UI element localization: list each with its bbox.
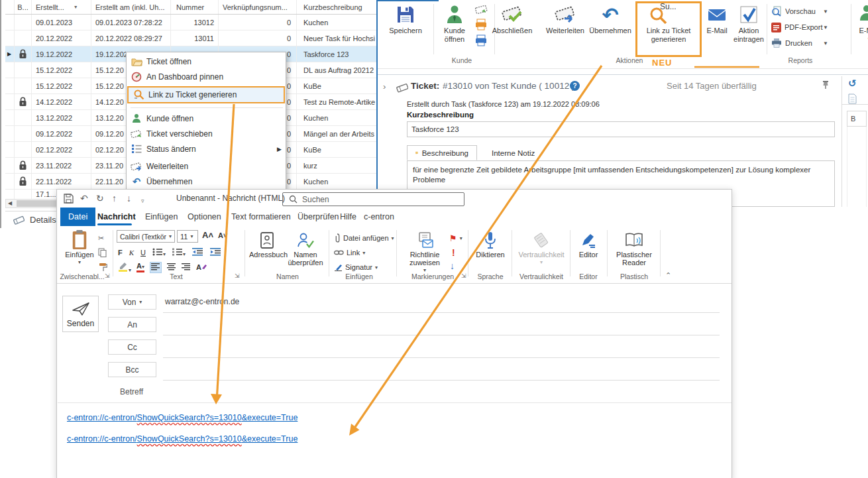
highlight-color-button[interactable]: ▾ xyxy=(118,261,131,273)
move-down-icon[interactable]: ↓ xyxy=(127,193,131,204)
tab-datei[interactable]: Datei xyxy=(60,208,95,226)
decrease-indent-button[interactable] xyxy=(192,248,203,257)
underline-button[interactable]: U xyxy=(140,249,146,257)
column-header-kurzbeschreibung[interactable]: Kurzbeschreibung xyxy=(297,0,376,14)
numbered-list-button[interactable]: ▾ xyxy=(172,248,186,257)
align-left-button[interactable] xyxy=(150,262,162,273)
open-customer-button[interactable]: Kunde öffnen xyxy=(437,3,472,56)
fax-orange-icon[interactable] xyxy=(474,19,488,33)
subject-label[interactable]: Betreff xyxy=(120,387,143,396)
follow-up-flag-button[interactable]: ⚑▾ xyxy=(449,231,462,245)
copy-button[interactable] xyxy=(98,246,107,259)
from-button[interactable]: Von▾ xyxy=(108,294,156,310)
redo-icon[interactable]: ↻ xyxy=(96,193,104,204)
font-color-button[interactable]: A▾ xyxy=(136,263,144,272)
tab-centron[interactable]: c-entron xyxy=(364,208,394,226)
dropdown-icon[interactable]: ▼ xyxy=(823,40,828,46)
dropdown-icon[interactable]: ▼ xyxy=(854,35,868,44)
search-box[interactable]: Suchen xyxy=(282,192,464,206)
kurzbeschreibung-input[interactable]: Taskforce 123 xyxy=(407,121,835,137)
tab-beschreibung[interactable]: Beschreibung xyxy=(407,145,477,160)
dropdown-icon[interactable]: ▾ xyxy=(62,259,97,267)
align-center-button[interactable] xyxy=(167,263,176,272)
collapse-ribbon-icon[interactable]: ⌃ xyxy=(665,271,671,280)
menu-item-link-generieren[interactable]: Link zu Ticket generieren xyxy=(127,86,285,103)
increase-indent-button[interactable] xyxy=(210,248,221,257)
cut-button[interactable]: ✂ xyxy=(98,231,104,245)
help-icon[interactable]: ? xyxy=(570,81,580,91)
menu-item-kunde-oeffnen[interactable]: Kunde öffnen xyxy=(127,111,287,126)
log-action-button[interactable]: Aktion eintragen xyxy=(732,3,766,56)
to-button[interactable]: An xyxy=(108,317,156,332)
take-over-button[interactable]: ↶ Übernehmen xyxy=(587,3,633,56)
column-header-locked[interactable]: B... xyxy=(15,0,32,14)
ticket-link[interactable]: c-entron://c-entron/ShowQuickSearch?s=13… xyxy=(67,413,298,422)
fax-blue-icon[interactable] xyxy=(474,34,488,49)
email-button[interactable]: E-Mail xyxy=(704,3,730,56)
ticket-small-icon[interactable] xyxy=(474,4,488,18)
attach-file-button[interactable]: Datei anfügen▾ xyxy=(334,231,394,245)
forward-ticket-button[interactable]: Weiterleiten xyxy=(539,3,591,56)
tab-text-formatieren[interactable]: Text formatieren xyxy=(231,208,291,226)
generate-ticket-link-button[interactable]: Su... Link zu Ticket generieren xyxy=(637,3,700,56)
report-email-button[interactable]: E-Mail ▼ xyxy=(854,3,868,56)
dialog-launcher-icon[interactable]: ⇲ xyxy=(105,272,110,279)
styles-button[interactable]: A xyxy=(196,263,207,271)
tab-optionen[interactable]: Optionen xyxy=(188,208,221,226)
from-value[interactable]: warratz@c-entron.de xyxy=(165,297,239,306)
menu-item-ticket-oeffnen[interactable]: Ticket öffnen xyxy=(127,54,287,69)
table-row[interactable]: 20.12.2022 20.12.2022 08:29:27 13011 0 N… xyxy=(5,30,376,46)
send-button[interactable]: Senden xyxy=(62,296,99,332)
high-importance-button[interactable]: ! xyxy=(452,246,455,259)
signature-button[interactable]: Signatur▾ xyxy=(334,261,378,274)
undo-icon[interactable]: ↶ xyxy=(80,193,88,204)
bcc-button[interactable]: Bcc xyxy=(108,362,156,377)
menu-item-dashboard-pinnen[interactable]: An Dashboard pinnen xyxy=(127,69,287,84)
preview-button[interactable]: Vorschau ▼ xyxy=(771,4,828,19)
dropdown-icon[interactable]: ▼ xyxy=(823,9,828,15)
format-painter-button[interactable] xyxy=(98,261,107,274)
document-icon[interactable] xyxy=(848,93,857,104)
paste-button[interactable]: Einfügen ▾ xyxy=(62,229,97,267)
dropdown-icon[interactable]: ▼ xyxy=(823,25,828,30)
address-book-button[interactable]: Adressbuch xyxy=(249,229,285,259)
column-header-erstellt-am[interactable]: Erstellt am (inkl. Uh... xyxy=(91,0,171,14)
font-name-select[interactable]: Calibri (Textkör▾ xyxy=(117,230,175,243)
check-names-button[interactable]: Namen überprüfen xyxy=(285,229,326,267)
menu-item-uebernehmen[interactable]: ↶ Übernehmen xyxy=(127,174,287,189)
tab-ueberpruefen[interactable]: Überprüfen xyxy=(298,208,339,226)
align-right-button[interactable] xyxy=(182,263,191,272)
pin-icon[interactable] xyxy=(822,80,830,90)
grow-font-button[interactable]: A˄ xyxy=(202,230,213,240)
history-icon[interactable]: ↺ xyxy=(848,78,857,90)
close-ticket-button[interactable]: Abschließen xyxy=(486,3,538,56)
cc-button[interactable]: Cc xyxy=(108,339,156,355)
tab-hilfe[interactable]: Hilfe xyxy=(340,208,356,226)
pdf-export-button[interactable]: PDF-Export ▼ xyxy=(771,20,828,34)
bold-button[interactable]: F xyxy=(118,249,123,257)
menu-item-status-aendern[interactable]: Status ändern ▶ xyxy=(127,141,287,156)
low-importance-button[interactable]: ↓ xyxy=(450,259,455,272)
print-button[interactable]: Drucken ▼ xyxy=(771,36,828,50)
customize-qat-icon[interactable]: ▿ xyxy=(141,196,144,206)
shrink-font-button[interactable]: A˅ xyxy=(218,231,227,239)
dialog-launcher-icon[interactable]: ⇲ xyxy=(235,272,240,279)
dialog-launcher-icon[interactable]: ⇲ xyxy=(461,272,466,279)
table-row[interactable]: 09.01.2023 09.01.2023 07:28:22 13012 0 K… xyxy=(5,15,376,30)
menu-item-ticket-verschieben[interactable]: Ticket verschieben xyxy=(127,126,287,141)
column-header-erstellt[interactable]: Erstellt...▼ xyxy=(32,0,91,14)
italic-button[interactable]: K xyxy=(129,249,134,257)
column-header-verknuepfung[interactable]: Verknüpfungsnum... xyxy=(219,0,297,14)
save-button[interactable]: Speichern xyxy=(382,3,429,56)
dictate-button[interactable]: Diktieren xyxy=(473,229,508,259)
save-icon[interactable] xyxy=(64,194,74,206)
immersive-reader-button[interactable]: Plastischer Reader xyxy=(612,229,656,267)
tab-einfuegen[interactable]: Einfügen xyxy=(145,208,178,226)
collapse-chevron-icon[interactable]: › xyxy=(383,82,386,91)
menu-item-weiterleiten[interactable]: Weiterleiten xyxy=(127,158,287,174)
column-header-nummer[interactable]: Nummer xyxy=(171,0,219,14)
move-up-icon[interactable]: ↑ xyxy=(112,193,117,204)
editor-button[interactable]: Editor xyxy=(574,229,603,259)
tab-interne-notiz[interactable]: Interne Notiz xyxy=(484,145,543,160)
ticket-link[interactable]: c-entron://c-entron/ShowQuickSearch?s=13… xyxy=(67,434,298,444)
